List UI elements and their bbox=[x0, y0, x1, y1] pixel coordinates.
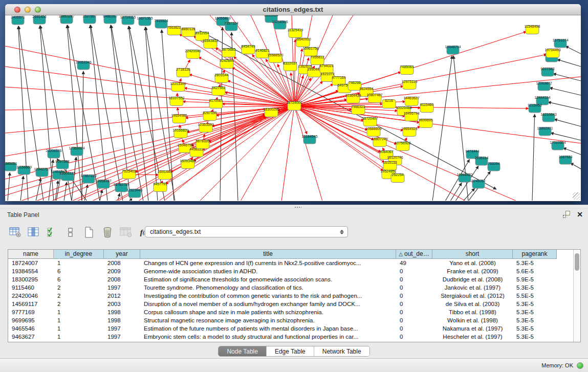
table-cell[interactable]: Investigating the contribution of common… bbox=[140, 292, 396, 300]
table-cell[interactable]: 18300295 bbox=[8, 275, 54, 283]
graph-node[interactable]: 7915524 bbox=[154, 19, 168, 28]
table-cell[interactable]: 0 bbox=[396, 267, 432, 275]
graph-node[interactable]: 19218596 bbox=[272, 20, 288, 29]
window-titlebar[interactable]: citations_edges.txt bbox=[5, 4, 581, 15]
table-cell[interactable]: 2 bbox=[54, 283, 104, 292]
table-cell[interactable]: 49 bbox=[396, 259, 432, 267]
graph-node[interactable]: 1691440 bbox=[158, 170, 171, 180]
graph-node[interactable]: 3875685 bbox=[222, 48, 235, 57]
graph-node[interactable]: 8860128 bbox=[181, 27, 195, 37]
table-cell[interactable]: 2008 bbox=[104, 275, 140, 283]
table-cell[interactable]: Tibbo et al. (1998) bbox=[432, 308, 513, 316]
table-cell[interactable]: 9463627 bbox=[8, 333, 54, 341]
vertical-scrollbar[interactable] bbox=[573, 250, 580, 342]
graph-node[interactable]: 18300295 bbox=[263, 107, 279, 117]
graph-node[interactable]: 12923446 bbox=[126, 188, 142, 198]
graph-node[interactable]: 8267150 bbox=[203, 111, 216, 121]
table-cell[interactable]: 14569117 bbox=[8, 300, 54, 308]
table-cell[interactable]: 0 bbox=[396, 300, 432, 308]
graph-node[interactable]: 1990448 bbox=[307, 68, 321, 77]
graph-node[interactable]: 10756928 bbox=[395, 141, 410, 151]
column-header-in_degree[interactable]: in_degree bbox=[54, 250, 104, 259]
table-cell[interactable]: 1 bbox=[54, 324, 104, 333]
table-cell[interactable]: 1 bbox=[54, 333, 104, 341]
graph-node[interactable]: 11548498 bbox=[525, 25, 540, 34]
row-checks-icon[interactable] bbox=[45, 226, 59, 239]
graph-node[interactable]: 5878335 bbox=[195, 139, 209, 149]
table-cell[interactable]: 2 bbox=[54, 292, 104, 300]
table-cell[interactable]: 1998 bbox=[104, 316, 140, 324]
graph-node[interactable]: 9097588 bbox=[55, 160, 69, 169]
graph-node[interactable]: 15588520 bbox=[267, 53, 283, 63]
table-cell[interactable]: Dudbridge et al. (2008) bbox=[432, 275, 513, 283]
graph-node[interactable]: 9699695 bbox=[419, 118, 432, 128]
table-cell[interactable]: Genome-wide association studies in ADHD. bbox=[140, 267, 396, 275]
graph-node[interactable]: 15751074 bbox=[552, 38, 568, 48]
table-cell[interactable]: 0 bbox=[396, 292, 432, 300]
graph-node[interactable]: 7357224 bbox=[224, 21, 238, 31]
table-cell[interactable]: 6 bbox=[54, 275, 104, 283]
table-cell[interactable]: 5.5E-5 bbox=[513, 292, 557, 300]
table-row[interactable]: 946554611997Estimation of the future num… bbox=[8, 324, 580, 333]
table-row[interactable]: 2242004622012Investigating the contribut… bbox=[8, 292, 580, 300]
table-cell[interactable]: 2008 bbox=[104, 259, 140, 267]
panel-divider[interactable] bbox=[0, 205, 588, 209]
graph-node[interactable]: 9215953 bbox=[528, 103, 541, 113]
graph-node[interactable]: 20206576 bbox=[46, 149, 61, 158]
graph-node[interactable]: 3427552 bbox=[211, 86, 225, 96]
graph-node[interactable]: 18720407 bbox=[362, 117, 378, 126]
table-cell[interactable]: 9777169 bbox=[8, 308, 54, 316]
graph-node[interactable]: 16671355 bbox=[137, 16, 153, 26]
graph-node[interactable]: 10688609 bbox=[365, 127, 381, 137]
graph-node[interactable]: 11156869 bbox=[16, 165, 32, 174]
graph-node[interactable]: 2691406 bbox=[32, 15, 46, 24]
close-window-icon[interactable] bbox=[14, 7, 20, 13]
table-cell[interactable]: 2003 bbox=[104, 300, 140, 308]
float-panel-icon[interactable] bbox=[562, 210, 571, 218]
scrollbar-thumb[interactable] bbox=[575, 253, 579, 271]
graph-node[interactable]: 9242844 bbox=[220, 59, 233, 69]
graph-node[interactable]: 2718126 bbox=[176, 68, 190, 77]
table-cell[interactable]: Nakamura et al. (1997) bbox=[432, 324, 513, 333]
graph-node[interactable]: 10807487 bbox=[366, 93, 382, 103]
table-cell[interactable]: Hescheler et al. (1997) bbox=[432, 333, 513, 341]
zoom-window-icon[interactable] bbox=[35, 7, 41, 13]
graph-node[interactable]: 7986322 bbox=[351, 105, 365, 115]
graph-node[interactable]: 6466160 bbox=[103, 15, 117, 24]
graph-node[interactable]: 2935114 bbox=[475, 156, 489, 165]
table-cell[interactable]: 2012 bbox=[104, 292, 140, 300]
table-cell[interactable]: 18724007 bbox=[8, 259, 54, 267]
graph-node[interactable]: 15184545 bbox=[301, 135, 317, 144]
graph-node[interactable]: 10944422 bbox=[456, 173, 472, 182]
table-row[interactable]: 946362711997Embryonic stem cells: a mode… bbox=[8, 333, 580, 341]
table-cell[interactable]: 1 bbox=[54, 259, 104, 267]
graph-node[interactable]: 12353593 bbox=[198, 123, 213, 133]
table-cell[interactable]: 5.3E-5 bbox=[513, 316, 557, 324]
graph-node[interactable]: 16210643 bbox=[540, 113, 556, 122]
graph-node[interactable]: 15992971 bbox=[537, 126, 553, 136]
graph-node[interactable]: 17359924 bbox=[69, 146, 84, 156]
tab-node-table[interactable]: Node Table bbox=[219, 346, 267, 356]
graph-node[interactable]: 22420046 bbox=[185, 49, 201, 59]
graph-node[interactable]: 2803144 bbox=[214, 73, 228, 83]
table-cell[interactable]: 9699695 bbox=[8, 316, 54, 324]
graph-node[interactable]: 10719115 bbox=[120, 15, 136, 25]
graph-node[interactable]: 7485063 bbox=[400, 65, 413, 75]
graph-node[interactable]: 18807249 bbox=[372, 137, 387, 147]
graph-node[interactable]: 9227343 bbox=[540, 67, 554, 76]
graph-node[interactable]: 12213399 bbox=[170, 82, 186, 92]
table-cell[interactable]: 5.3E-5 bbox=[513, 283, 557, 292]
column-header-title[interactable]: title bbox=[140, 250, 396, 259]
table-cell[interactable]: 2009 bbox=[104, 267, 140, 275]
graph-node[interactable]: 19654923 bbox=[401, 127, 417, 137]
network-canvas[interactable]: 1872400718300295240557126914061085328715… bbox=[5, 15, 581, 201]
table-cell[interactable]: Estimation of significance thresholds fo… bbox=[140, 275, 396, 283]
table-cell[interactable]: 2 bbox=[54, 300, 104, 308]
graph-node[interactable]: 9170061 bbox=[209, 99, 223, 108]
table-mode-icon[interactable] bbox=[8, 226, 23, 239]
graph-node[interactable]: 9457791 bbox=[153, 182, 167, 192]
table-cell[interactable]: 9115460 bbox=[8, 283, 54, 292]
graph-node[interactable]: 252254 bbox=[391, 173, 404, 183]
table-row[interactable]: 1456911722003Disruption of a novel membe… bbox=[8, 300, 580, 308]
table-row[interactable]: 969969511998Structural magnetic resonanc… bbox=[8, 316, 580, 324]
